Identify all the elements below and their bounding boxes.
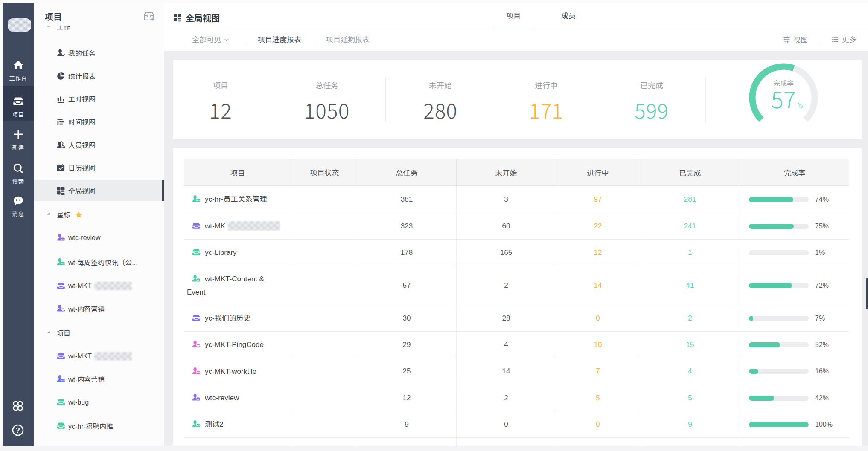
rail-item-search[interactable]: 搜索 bbox=[3, 155, 34, 182]
view-button[interactable]: 视图 bbox=[783, 29, 808, 51]
rail-item-box[interactable]: 项目 bbox=[3, 88, 34, 115]
table-row[interactable]: yc-MKT-worktile 25 14 7 4 16% bbox=[184, 358, 849, 385]
table-row[interactable]: wt-MK 323 60 22 241 75% bbox=[184, 213, 849, 240]
project-name[interactable]: yc-hr-员工关系管理 bbox=[205, 195, 267, 203]
tab-members[interactable]: 成员 bbox=[547, 3, 590, 29]
project-person-icon bbox=[192, 340, 201, 349]
delay-report-button[interactable]: 项目延期报表 bbox=[326, 29, 370, 51]
project-name[interactable]: yc-我们的历史 bbox=[205, 314, 251, 322]
stat-label: 已完成 bbox=[605, 79, 699, 90]
table-row[interactable]: yc-Library 178 165 12 1 1% bbox=[184, 240, 849, 266]
rail-plus-icon bbox=[13, 129, 24, 140]
projects-table: 项目项目状态总任务未开始进行中已完成完成率 yc-hr-员工关系管理 381 3… bbox=[184, 159, 849, 446]
table-row[interactable]: wtc-review 12 2 5 5 42% bbox=[184, 385, 849, 411]
people-icon bbox=[56, 141, 65, 150]
stat-value: 1050 bbox=[280, 99, 374, 120]
progress-bar-fill bbox=[749, 197, 793, 202]
project-status bbox=[292, 332, 357, 358]
sidebar-item-timeline[interactable]: 时间视图 bbox=[34, 111, 164, 133]
rail-item-plus[interactable]: 新建 bbox=[3, 121, 34, 148]
completion-percent: 74% bbox=[815, 196, 829, 203]
table-row[interactable]: yc-MKT-PingCode 29 4 10 15 52% bbox=[184, 332, 849, 358]
not-started-count: 2 bbox=[457, 266, 556, 305]
completion-cell: 52% bbox=[740, 332, 849, 358]
project-name[interactable]: wtc-review bbox=[205, 394, 239, 402]
sidebar-item-project[interactable]: wt-每周签约快讯（公... bbox=[34, 252, 164, 273]
completed-count: 281 bbox=[640, 186, 740, 213]
table-header-cell[interactable]: 完成率 bbox=[740, 159, 849, 185]
help-icon[interactable]: ? bbox=[12, 424, 24, 438]
total-tasks: 178 bbox=[357, 240, 457, 266]
sidebar-item-pie[interactable]: 统计报表 bbox=[34, 65, 164, 87]
sidebar-item-project[interactable]: wtc-review bbox=[34, 227, 164, 249]
table-row[interactable]: yc-我们的历史 30 28 0 2 7% bbox=[184, 305, 849, 332]
project-person-icon bbox=[192, 393, 201, 402]
rail-item-chat[interactable]: 消息 bbox=[3, 187, 34, 214]
table-row[interactable]: 测试2 9 0 0 9 100% bbox=[184, 411, 849, 438]
project-name: wtc-review bbox=[68, 234, 101, 242]
page-title: 全局视图 bbox=[186, 12, 220, 24]
table-row[interactable]: yc-hr-员工关系管理 381 3 97 281 74% bbox=[184, 186, 849, 213]
progress-report-button[interactable]: 项目进度报表 bbox=[258, 29, 301, 51]
project-name[interactable]: wt-MK bbox=[205, 222, 225, 230]
sidebar-item-project[interactable]: yc-hr-招聘内推 bbox=[34, 415, 164, 437]
sidebar-item-grid[interactable]: 全局视图 bbox=[34, 180, 164, 201]
completion-cell: 16% bbox=[740, 358, 849, 385]
sidebar-item-calendar[interactable]: 日历视图 bbox=[34, 157, 164, 178]
stat-label: 未开始 bbox=[393, 79, 487, 90]
sidebar-item-project[interactable]: wt-内容营销 bbox=[34, 298, 164, 319]
sidebar-item-label: 时间视图 bbox=[68, 117, 96, 127]
sidebar-item-bar-chart[interactable]: 工时视图 bbox=[34, 88, 164, 110]
visibility-filter[interactable]: 全部可见 bbox=[192, 29, 233, 51]
project-status bbox=[292, 305, 357, 331]
sidebar-item-project[interactable]: wt-bug bbox=[34, 392, 164, 413]
empty-cell bbox=[556, 438, 640, 446]
avatar[interactable] bbox=[8, 18, 31, 32]
table-header-cell[interactable]: 项目状态 bbox=[292, 159, 357, 185]
table-header-cell[interactable]: 项目 bbox=[184, 159, 292, 185]
visibility-filter-label: 全部可见 bbox=[192, 36, 221, 44]
stat-value: 599 bbox=[605, 99, 699, 120]
completion-percent: 75% bbox=[815, 223, 829, 230]
project-name[interactable]: yc-MKT-PingCode bbox=[205, 341, 264, 349]
scrollbar-thumb[interactable] bbox=[866, 278, 868, 309]
gauge-unit: % bbox=[797, 101, 803, 110]
project-name[interactable]: 测试2 bbox=[205, 420, 223, 428]
completion-cell: 72% bbox=[740, 266, 849, 305]
more-button[interactable]: 更多 bbox=[831, 29, 856, 51]
sidebar-item-person-check[interactable]: 我的任务 bbox=[34, 42, 164, 64]
table-header-cell[interactable]: 已完成 bbox=[640, 159, 740, 185]
sidebar-item-people[interactable]: 人员视图 bbox=[34, 134, 164, 156]
rail-item-home[interactable]: 工作台 bbox=[3, 52, 34, 79]
progress-bar-fill bbox=[749, 316, 753, 321]
more-button-label: 更多 bbox=[842, 36, 856, 44]
sidebar-group[interactable]: 工作 bbox=[34, 26, 164, 37]
sidebar-group[interactable]: 项目 bbox=[34, 322, 164, 344]
apps-clover-icon[interactable] bbox=[12, 399, 24, 414]
sidebar-item-project[interactable]: wt-MKT bbox=[34, 275, 164, 297]
toolbar: 全部可见 项目进度报表 项目延期报表 视图 更多 bbox=[164, 29, 868, 51]
sidebar-item-label: 工时视图 bbox=[68, 94, 96, 104]
tab-projects[interactable]: 项目 bbox=[492, 3, 535, 29]
rail-box-icon bbox=[13, 96, 24, 107]
completed-count: 2 bbox=[640, 305, 740, 331]
table-header-cell[interactable]: 总任务 bbox=[357, 159, 457, 185]
table-header-cell[interactable]: 未开始 bbox=[457, 159, 556, 185]
completed-count: 9 bbox=[640, 411, 740, 437]
empty-cell bbox=[740, 438, 849, 446]
table-row[interactable]: wt-MKT-Content & Event 57 2 14 41 72% bbox=[184, 266, 849, 305]
not-started-count: 2 bbox=[457, 385, 556, 411]
grid-icon bbox=[56, 186, 65, 195]
summary-card: 项目 12 总任务 1050 未开始 280 进行中 171 已完成 599 完… bbox=[173, 60, 862, 139]
sidebar-item-project[interactable]: wt-内容营销 bbox=[34, 368, 164, 390]
chevron-down-icon bbox=[224, 37, 230, 43]
sidebar-item-label: 日历视图 bbox=[68, 162, 96, 173]
table-header-cell[interactable]: 进行中 bbox=[556, 159, 640, 185]
project-name[interactable]: yc-Library bbox=[205, 249, 237, 257]
progress-bar bbox=[749, 342, 809, 347]
sidebar-item-project[interactable]: wt-MKT bbox=[34, 346, 164, 367]
sidebar-group[interactable]: 星标 bbox=[34, 204, 164, 225]
project-name[interactable]: yc-MKT-worktile bbox=[205, 367, 256, 376]
total-tasks: 30 bbox=[357, 305, 457, 331]
stat-4: 已完成 599 bbox=[605, 79, 699, 120]
